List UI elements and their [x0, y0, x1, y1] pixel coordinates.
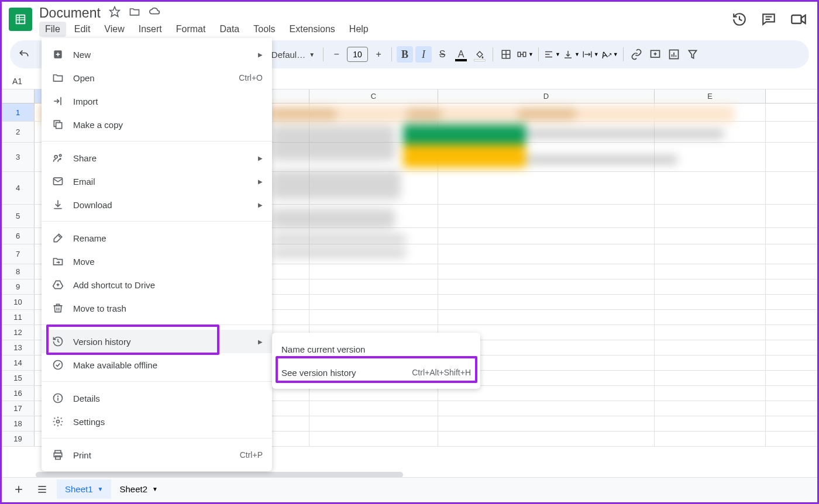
row-header[interactable]: 12: [2, 325, 35, 340]
menu-view[interactable]: View: [98, 22, 130, 37]
row-header[interactable]: 13: [2, 340, 35, 355]
strikethrough-button[interactable]: S: [434, 46, 450, 63]
horizontal-align-button[interactable]: ▼: [543, 49, 560, 60]
menu-data[interactable]: Data: [214, 22, 245, 37]
link-button[interactable]: [628, 46, 645, 63]
cell[interactable]: [655, 416, 766, 431]
decrease-font-button[interactable]: −: [328, 46, 345, 63]
file-menu-share[interactable]: Share▶: [42, 146, 272, 170]
column-header[interactable]: C: [309, 89, 438, 103]
document-title[interactable]: Document: [39, 5, 101, 21]
row-header[interactable]: 18: [2, 416, 35, 431]
svg-point-52: [54, 361, 63, 370]
menu-tools[interactable]: Tools: [247, 22, 281, 37]
filter-button[interactable]: [684, 46, 701, 63]
row-header[interactable]: 4: [2, 172, 35, 204]
column-header[interactable]: E: [655, 89, 766, 103]
cell[interactable]: [309, 431, 438, 446]
cell[interactable]: [655, 401, 766, 416]
file-menu-import[interactable]: Import: [42, 89, 272, 113]
row-header[interactable]: 11: [2, 310, 35, 325]
file-menu-move-to-trash[interactable]: Move to trash: [42, 296, 272, 320]
row-header[interactable]: 5: [2, 205, 35, 227]
file-menu-rename[interactable]: Rename: [42, 226, 272, 250]
bold-button[interactable]: B: [397, 46, 413, 63]
cell[interactable]: [655, 431, 766, 446]
row-header[interactable]: 8: [2, 264, 35, 279]
sheets-logo[interactable]: [9, 8, 32, 31]
insert-chart-button[interactable]: [666, 46, 682, 63]
file-menu-make-available-offline[interactable]: Make available offline: [42, 353, 272, 377]
cell[interactable]: [438, 431, 655, 446]
italic-button[interactable]: I: [415, 46, 432, 63]
file-menu-settings[interactable]: Settings: [42, 410, 272, 433]
text-color-button[interactable]: A: [453, 46, 469, 63]
menu-item-label: Move: [73, 257, 263, 267]
file-menu-print[interactable]: PrintCtrl+P: [42, 443, 272, 467]
cell[interactable]: [438, 416, 655, 431]
menu-format[interactable]: Format: [170, 22, 212, 37]
all-sheets-button[interactable]: [33, 481, 51, 498]
file-menu-download[interactable]: Download▶: [42, 193, 272, 216]
row-header[interactable]: 6: [2, 228, 35, 244]
cell[interactable]: [309, 401, 438, 416]
rotate-button[interactable]: A↗▼: [601, 50, 618, 60]
wrap-button[interactable]: ▼: [582, 49, 599, 60]
menu-file[interactable]: File: [39, 22, 66, 37]
menu-extensions[interactable]: Extensions: [284, 22, 341, 37]
name-box[interactable]: A1: [2, 77, 31, 86]
row-header[interactable]: 1: [2, 103, 35, 121]
select-all-corner[interactable]: [2, 89, 35, 103]
menu-insert[interactable]: Insert: [133, 22, 168, 37]
copy-icon: [51, 118, 65, 132]
offline-icon: [51, 358, 65, 372]
menu-help[interactable]: Help: [343, 22, 374, 37]
submenu-see-version-history[interactable]: See version historyCtrl+Alt+Shift+H: [272, 361, 480, 384]
move-folder-icon[interactable]: [129, 6, 140, 20]
insert-comment-button[interactable]: [647, 46, 663, 63]
sheet-tab-sheet1[interactable]: Sheet1▼: [57, 479, 111, 499]
cell[interactable]: [438, 401, 655, 416]
email-icon: [51, 174, 65, 188]
file-menu-make-a-copy[interactable]: Make a copy: [42, 113, 272, 136]
row-header[interactable]: 10: [2, 295, 35, 309]
file-menu-add-shortcut-to-drive[interactable]: Add shortcut to Drive: [42, 273, 272, 296]
file-menu-move[interactable]: Move: [42, 250, 272, 273]
row-header[interactable]: 16: [2, 386, 35, 401]
row-header[interactable]: 17: [2, 401, 35, 416]
row-header[interactable]: 15: [2, 371, 35, 385]
cell[interactable]: [309, 416, 438, 431]
menu-edit[interactable]: Edit: [68, 22, 97, 37]
file-menu-new[interactable]: New▶: [42, 43, 272, 66]
add-sheet-button[interactable]: [10, 481, 27, 498]
file-menu-open[interactable]: OpenCtrl+O: [42, 66, 272, 89]
increase-font-button[interactable]: +: [370, 46, 387, 63]
row-header[interactable]: 9: [2, 279, 35, 294]
font-selector[interactable]: Defaul…▼: [268, 50, 318, 60]
row-header[interactable]: 14: [2, 355, 35, 370]
undo-button[interactable]: [16, 46, 32, 63]
submenu-label: Name current version: [281, 344, 471, 354]
row-header[interactable]: 2: [2, 122, 35, 142]
row-header[interactable]: 7: [2, 244, 35, 264]
history-icon[interactable]: [732, 12, 747, 29]
file-menu-version-history[interactable]: Version history▶: [42, 330, 272, 353]
row-header[interactable]: 19: [2, 431, 35, 446]
file-menu-details[interactable]: Details: [42, 386, 272, 410]
row-header[interactable]: 3: [2, 143, 35, 171]
column-header[interactable]: D: [438, 89, 655, 103]
font-size-input[interactable]: 10: [347, 47, 368, 62]
video-call-icon[interactable]: [790, 11, 807, 30]
borders-button[interactable]: [498, 46, 514, 63]
file-menu-email[interactable]: Email▶: [42, 170, 272, 193]
cloud-icon[interactable]: [149, 5, 161, 20]
submenu-name-current-version[interactable]: Name current version: [272, 337, 480, 361]
star-icon[interactable]: [109, 6, 121, 20]
sheet-tab-sheet2[interactable]: Sheet2▼: [111, 479, 166, 499]
comment-icon[interactable]: [761, 12, 776, 29]
vertical-align-button[interactable]: ▼: [563, 49, 580, 60]
merge-button[interactable]: ▼: [517, 49, 534, 60]
menu-item-label: New: [73, 50, 258, 60]
version-history-submenu: Name current versionSee version historyC…: [272, 333, 480, 389]
fill-color-button[interactable]: [472, 46, 488, 63]
